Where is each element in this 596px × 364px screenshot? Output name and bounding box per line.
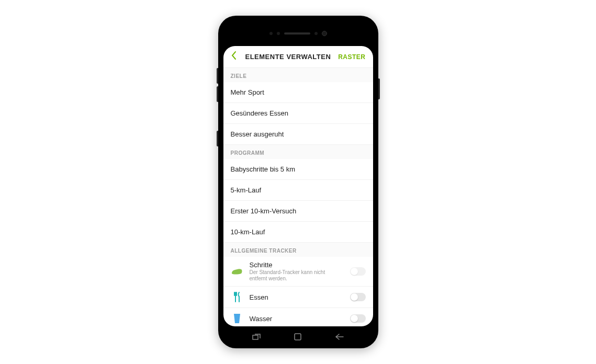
volume-down-button	[217, 86, 218, 102]
toggle-food[interactable]	[350, 293, 366, 301]
goal-item[interactable]: Besser ausgeruht	[223, 124, 373, 145]
content-scroll[interactable]: ZIELE Mehr Sport Gesünderes Essen Besser…	[223, 68, 373, 326]
glass-icon	[231, 312, 243, 325]
goal-item[interactable]: Mehr Sport	[223, 82, 373, 103]
program-item[interactable]: Babyschritte bis 5 km	[223, 159, 373, 180]
shoe-icon	[231, 265, 243, 278]
phone-frame: ELEMENTE VERWALTEN RASTER ZIELE Mehr Spo…	[218, 16, 378, 348]
home-button[interactable]	[293, 332, 303, 342]
screen: ELEMENTE VERWALTEN RASTER ZIELE Mehr Spo…	[223, 46, 373, 326]
tracker-item-water[interactable]: Wasser	[223, 308, 373, 326]
program-item[interactable]: 5-km-Lauf	[223, 180, 373, 201]
tracker-text: Wasser	[250, 315, 344, 323]
goal-item[interactable]: Gesünderes Essen	[223, 103, 373, 124]
toggle-water[interactable]	[350, 314, 366, 323]
volume-up-button	[217, 68, 218, 84]
raster-button[interactable]: RASTER	[338, 53, 365, 61]
tracker-title: Wasser	[250, 315, 344, 323]
tracker-title: Schritte	[250, 261, 344, 269]
program-item[interactable]: 10-km-Lauf	[223, 222, 373, 243]
back-nav-button[interactable]	[334, 332, 345, 342]
section-header-trackers: ALLGEMEINE TRACKER	[223, 243, 373, 257]
cutlery-icon	[231, 291, 243, 303]
tracker-text: Essen	[250, 293, 344, 301]
section-header-goals: ZIELE	[223, 68, 373, 82]
recent-apps-button[interactable]	[251, 332, 262, 342]
header-title: ELEMENTE VERWALTEN	[245, 53, 339, 61]
toggle-steps	[350, 267, 366, 276]
tracker-subtitle: Der Standard-Tracker kann nicht entfernt…	[250, 269, 344, 282]
svg-rect-0	[295, 334, 301, 340]
bixby-button	[217, 131, 218, 146]
section-header-program: PROGRAMM	[223, 145, 373, 159]
tracker-text: Schritte Der Standard-Tracker kann nicht…	[250, 261, 344, 282]
tracker-title: Essen	[250, 293, 344, 301]
android-nav-bar	[223, 326, 373, 347]
tracker-item-steps[interactable]: Schritte Der Standard-Tracker kann nicht…	[223, 257, 373, 287]
chevron-left-icon	[231, 51, 237, 60]
app-header: ELEMENTE VERWALTEN RASTER	[223, 46, 373, 68]
phone-notch	[223, 21, 373, 46]
power-button	[378, 78, 380, 99]
back-button[interactable]	[231, 51, 241, 63]
program-item[interactable]: Erster 10-km-Versuch	[223, 201, 373, 222]
tracker-item-food[interactable]: Essen	[223, 287, 373, 308]
